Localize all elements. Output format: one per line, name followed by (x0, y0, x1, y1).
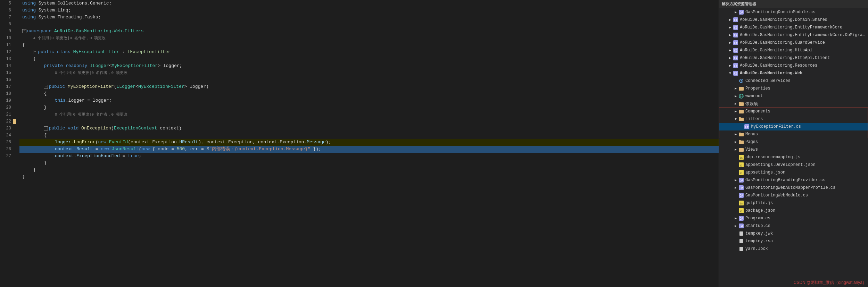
tree-icon-project: C# (733, 32, 738, 38)
sidebar-item-yarn-lock[interactable]: yarn.lock (719, 245, 868, 253)
tree-arrow[interactable]: ▶ (727, 55, 733, 61)
fold-button[interactable]: − (44, 85, 48, 89)
ref-count-line: 0 个引用|0 项更改|0 名作者，0 项更改 (19, 111, 719, 118)
sidebar-item-components[interactable]: ▶Components (719, 108, 868, 115)
sidebar-item-automapper-profile[interactable]: ▶C#GasMonitoringWebAutoMapperProfile.cs (719, 184, 868, 192)
svg-text:C#: C# (739, 225, 743, 228)
fold-button[interactable]: − (44, 126, 48, 130)
tree-arrow[interactable] (733, 231, 738, 236)
sidebar-item-gasmonitoring-domain-shared[interactable]: ▶C#AoRuiDe.GasMonitoring.Domain.Shared (719, 16, 868, 24)
svg-text:C#: C# (745, 126, 749, 129)
sidebar-item-gasmonitoring-resources[interactable]: ▶C#AoRuiDe.GasMonitoring.Resources (719, 62, 868, 69)
svg-text:C#: C# (734, 65, 737, 68)
sidebar-item-gasmonitoring-httpapi[interactable]: ▶C#AoRuiDe.GasMonitoring.HttpApi (719, 47, 868, 54)
tree-label: GasMonitoringWebAutoMapperProfile.cs (745, 185, 835, 190)
tree-arrow[interactable]: ▶ (727, 48, 733, 53)
sidebar-item-tempkey-rsa[interactable]: tempkey.rsa (719, 237, 868, 245)
line-number-13: 13 (3, 56, 11, 62)
line-number-25: 25 (3, 139, 11, 146)
sidebar-item-web-module[interactable]: C#GasMonitoringWebModule.cs (719, 192, 868, 199)
tree-label: appsettings.Development.json (745, 162, 816, 167)
tree-arrow[interactable] (733, 78, 738, 84)
tree-icon-folder (738, 132, 744, 137)
svg-text:JS: JS (740, 202, 743, 205)
tree-arrow[interactable] (733, 154, 738, 160)
line-number-27: 27 (3, 153, 11, 160)
code-line-12: { (19, 56, 719, 62)
svg-text:C#: C# (739, 11, 743, 14)
tree-arrow[interactable] (733, 193, 738, 198)
sidebar-item-gasmonitoring-httpapi-client[interactable]: ▶C#AoRuiDe.GasMonitoring.HttpApi.Client (719, 54, 868, 62)
sidebar-item-filters[interactable]: ▼Filters (719, 115, 868, 123)
sidebar-item-wwwroot[interactable]: ▶wwwroot (719, 92, 868, 100)
tree-arrow[interactable]: ▼ (733, 116, 738, 122)
line-number-11: 11 (3, 42, 11, 49)
sidebar-item-abp-resourcemapping[interactable]: JSabp.resourcemapping.js (719, 153, 868, 161)
tree-arrow[interactable]: ▶ (733, 86, 738, 91)
sidebar-item-views[interactable]: ▶Views (719, 146, 868, 153)
sidebar-item-depends[interactable]: ▶依赖项 (719, 100, 868, 108)
tree-arrow[interactable] (733, 208, 738, 213)
sidebar-item-tempkey-jwk[interactable]: tempkey.jwk (719, 230, 868, 237)
tree-container[interactable]: ▶C#GasMonitoringDomainModule.cs▶C#AoRuiD… (719, 8, 868, 287)
sidebar-item-gasmonitoring-guard-service[interactable]: ▶C#AoRuiDe.GasMonitoring.GuardService (719, 39, 868, 47)
tree-label: GasMonitoringBrandingProvider.cs (745, 178, 825, 183)
code-line-17: this.logger = logger; (19, 97, 719, 104)
sidebar-item-gulpfile[interactable]: JSgulpfile.js (719, 199, 868, 207)
tree-arrow[interactable] (733, 246, 738, 252)
tree-arrow[interactable]: ▶ (727, 25, 733, 30)
tree-icon-file (738, 238, 744, 244)
tree-arrow[interactable] (738, 124, 744, 129)
line-number-9: 9 (3, 28, 11, 35)
tree-arrow[interactable]: ▶ (733, 139, 738, 145)
tree-arrow[interactable]: ▶ (727, 40, 733, 45)
sidebar-item-gasmonitoring-web[interactable]: ▼C#AoRuiDe.GasMonitoring.Web (719, 69, 868, 77)
sidebar-item-myexceptionfilter[interactable]: C#MyExceptionFilter.cs (719, 123, 868, 130)
tree-arrow[interactable]: ▶ (733, 216, 738, 221)
sidebar-item-gasmonitoring-domain-module[interactable]: ▶C#GasMonitoringDomainModule.cs (719, 8, 868, 16)
tree-label: tempkey.rsa (745, 239, 773, 244)
tree-arrow[interactable]: ▶ (727, 63, 733, 68)
tree-arrow[interactable]: ▶ (733, 9, 738, 15)
warning-indicator (13, 119, 16, 124)
tree-arrow[interactable]: ▶ (733, 93, 738, 99)
line-number-5: 5 (3, 0, 11, 7)
sidebar-item-gasmonitoring-ef-db-migrations[interactable]: ▶C#AoRuiDe.GasMonitoring.EntityFramework… (719, 31, 868, 39)
sidebar-item-pages[interactable]: ▶Pages (719, 138, 868, 146)
tree-arrow[interactable]: ▶ (727, 32, 733, 38)
line-number-23: 23 (3, 125, 11, 132)
sidebar-item-gasmonitoring-ef-core[interactable]: ▶C#AoRuiDe.GasMonitoring.EntityFramework… (719, 24, 868, 31)
tree-arrow[interactable]: ▶ (733, 147, 738, 152)
sidebar-item-menus[interactable]: ▶Menus (719, 130, 868, 138)
tree-arrow[interactable] (733, 170, 738, 175)
sidebar-item-connected-services[interactable]: Connected Services (719, 77, 868, 85)
tree-arrow[interactable]: ▶ (733, 132, 738, 137)
sidebar-item-properties[interactable]: ▶Properties (719, 85, 868, 92)
tree-arrow[interactable] (733, 238, 738, 244)
tree-icon-folder (738, 109, 744, 114)
sidebar-item-package-json[interactable]: {}package.json (719, 207, 868, 214)
tree-label: yarn.lock (745, 246, 768, 251)
code-wrapper[interactable]: using System.Collections.Generic;using S… (19, 0, 719, 287)
tree-arrow[interactable]: ▶ (733, 101, 738, 107)
fold-button[interactable]: − (22, 29, 26, 33)
sidebar-item-appsettings-dev[interactable]: {}appsettings.Development.json (719, 161, 868, 169)
tree-arrow[interactable]: ▶ (733, 223, 738, 229)
sidebar-item-program[interactable]: ▶C#Program.cs (719, 214, 868, 222)
tree-label: abp.resourcemapping.js (745, 155, 800, 160)
sidebar-item-branding-provider[interactable]: ▶C#GasMonitoringBrandingProvider.cs (719, 176, 868, 184)
tree-arrow[interactable]: ▶ (733, 109, 738, 114)
tree-arrow[interactable] (733, 200, 738, 206)
tree-arrow[interactable]: ▶ (727, 17, 733, 23)
tree-icon-project: C# (733, 25, 738, 30)
tree-arrow[interactable]: ▶ (733, 185, 738, 191)
tree-arrow[interactable]: ▼ (727, 70, 733, 76)
sidebar-item-appsettings[interactable]: {}appsettings.json (719, 169, 868, 176)
tree-arrow[interactable]: ▶ (733, 177, 738, 183)
tree-label: Connected Services (745, 78, 791, 83)
tree-icon-folder (738, 86, 744, 91)
code-line-19 (19, 118, 719, 125)
sidebar-item-startup[interactable]: ▶C#Startup.cs (719, 222, 868, 230)
tree-arrow[interactable] (733, 162, 738, 168)
fold-button[interactable]: − (33, 50, 37, 54)
